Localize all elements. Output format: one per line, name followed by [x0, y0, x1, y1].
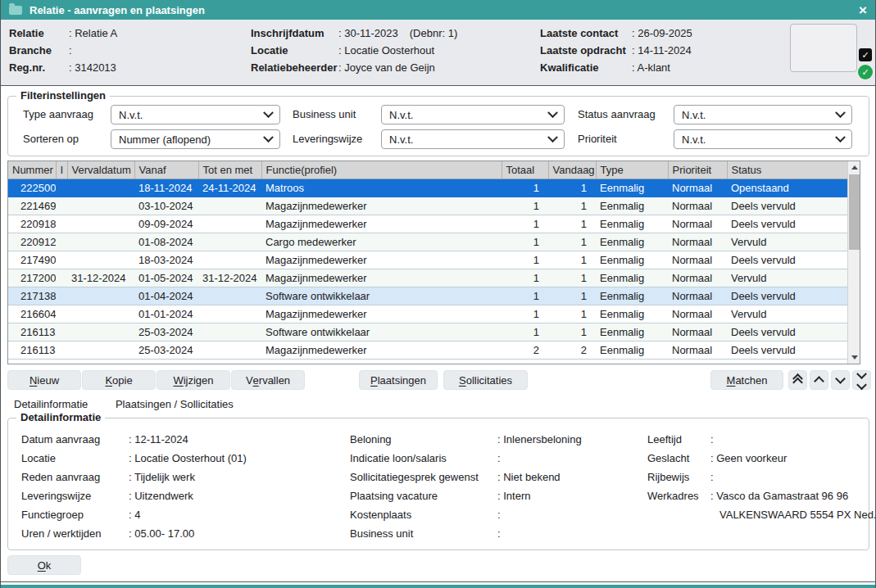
field-value-line2: VALKENSWAARD 5554 PX Ned... [710, 505, 876, 524]
detail-field: Uren / werktijden: 05.00- 17.00 [21, 524, 247, 543]
table-scrollbar[interactable] [847, 161, 860, 364]
relation-checkbox[interactable]: ✓ [859, 48, 872, 61]
wijzigen-button[interactable]: Wijzigen [157, 370, 230, 390]
chevron-down-icon [263, 132, 274, 142]
select-value: Nummer (aflopend) [119, 133, 211, 146]
table-row[interactable]: 217138601-04-2024Software ontwikkelaar11… [8, 287, 847, 305]
table-row[interactable]: 216113125-03-2024Magazijnmedewerker22Een… [8, 341, 847, 360]
column-header[interactable]: Functie(profiel) [261, 161, 502, 179]
detail-field: Locatie: Locatie Oosterhout (01) [21, 449, 247, 468]
scrollbar-thumb[interactable] [849, 174, 860, 250]
header-field: Laatste contact: 26-09-2025 [540, 25, 692, 42]
scroll-bottom-button[interactable] [852, 370, 871, 390]
status-aanvraag-select[interactable]: N.v.t. [674, 105, 852, 124]
field-value: : [497, 527, 501, 540]
column-header[interactable]: Status [727, 161, 847, 179]
column-header[interactable]: Vervaldatum [67, 161, 134, 179]
detail-field: Functiegroep: 4 [21, 505, 247, 524]
column-header[interactable]: Prioriteit [668, 161, 727, 179]
detail-field: Plaatsing vacature: Intern [350, 486, 582, 505]
type-aanvraag-select[interactable]: N.v.t. [111, 105, 280, 124]
column-header[interactable]: Vanaf [134, 161, 198, 179]
detail-field: Reden aanvraag: Tijdelijk werk [21, 468, 247, 486]
tab-plaatsingen-sollicitaties[interactable]: Plaatsingen / Sollicitaties [116, 398, 234, 410]
filter-label-business-unit: Business unit [293, 105, 356, 124]
scroll-down-button[interactable] [831, 370, 850, 390]
detail-col-2: Beloning: InlenersbeloningIndicatie loon… [350, 430, 582, 543]
scroll-up-button[interactable] [810, 370, 828, 390]
column-header[interactable]: Totaal [502, 161, 548, 179]
table-row[interactable]: 217490218-03-2024Magazijnmedewerker11Een… [8, 251, 847, 269]
column-header[interactable]: Tot en met [198, 161, 261, 179]
chevron-down-icon [547, 107, 558, 118]
plaatsingen-button[interactable]: Plaatsingen [359, 370, 438, 390]
sorteren-op-select[interactable]: Nummer (aflopend) [111, 129, 280, 149]
chevron-down-icon [835, 132, 846, 142]
detail-field: Indicatie loon/salaris: [350, 449, 582, 468]
header-field: Laatste opdracht: 14-11-2024 [540, 42, 692, 59]
prioriteit-select[interactable]: N.v.t. [674, 129, 852, 149]
select-value: N.v.t. [389, 133, 413, 146]
field-label: Relatiebeheerder [251, 59, 338, 76]
check-icon: ✓ [861, 67, 869, 78]
kopie-button[interactable]: Kopie [82, 370, 156, 390]
column-header[interactable]: I [56, 161, 67, 179]
scrollbar-down-arrow-icon[interactable] [848, 351, 860, 364]
field-value: : 12-11-2024 [129, 433, 188, 446]
header-field: Locatie: Locatie Oosterhout [251, 42, 457, 59]
column-header[interactable]: Type [596, 161, 668, 179]
table-row[interactable]: 221469903-10-2024Magazijnmedewerker11Een… [8, 197, 847, 215]
select-value: N.v.t. [389, 109, 413, 121]
business-unit-select[interactable]: N.v.t. [381, 105, 565, 124]
window-title: Relatie - aanvragen en plaatsingen [30, 4, 205, 16]
aanvragen-table: NummerIVervaldatumVanafTot en metFunctie… [7, 161, 860, 364]
field-label: Uren / werktijden [21, 524, 129, 543]
vervallen-button[interactable]: Vervallen [231, 370, 305, 390]
table-row[interactable]: 220918009-09-2024Magazijnmedewerker11Een… [8, 215, 847, 233]
field-label: Sollicitatiegesprek gewenst [350, 468, 497, 486]
filter-label-sorteren-op: Sorteren op [23, 129, 79, 149]
filter-fieldset: Filterinstellingen Type aanvraag N.v.t. … [7, 96, 869, 156]
detail-field: Kostenplaats: [350, 505, 582, 524]
sollicitaties-button[interactable]: Sollicitaties [443, 370, 528, 390]
field-label: Business unit [350, 524, 497, 543]
window-bottom-border [1, 581, 875, 582]
table-row[interactable]: 216113225-03-2024Software ontwikkelaar11… [8, 323, 847, 341]
detail-field: Datum aanvraag: 12-11-2024 [21, 430, 247, 449]
header-info-col-2: Inschrijfdatum: 30-11-2023(Debnr: 1)Loca… [251, 25, 457, 76]
close-icon[interactable]: × [859, 3, 867, 17]
field-suffix: (Debnr: 1) [410, 25, 458, 42]
detail-legend: Detailinformatie [16, 411, 105, 423]
photo-placeholder [790, 24, 857, 72]
chevron-down-icon [835, 107, 846, 118]
folder-icon [9, 6, 22, 15]
window-bottom-strip [1, 585, 875, 588]
header-field: Reg.nr.: 3142013 [9, 59, 117, 76]
column-header[interactable]: Vandaag [548, 161, 596, 179]
table-row[interactable]: 217200931-12-202401-05-202431-12-2024Mag… [8, 269, 847, 287]
scrollbar-up-arrow-icon[interactable] [848, 161, 860, 174]
field-label: Werkadres [647, 486, 710, 524]
field-value: : Intern [497, 490, 530, 502]
detail-field: Sollicitatiegesprek gewenst: Niet bekend [350, 468, 582, 486]
scroll-top-button[interactable] [788, 370, 807, 390]
nieuw-button[interactable]: Nieuw [7, 370, 81, 390]
field-value: : [497, 509, 501, 521]
table-row[interactable]: 220912501-08-2024Cargo medewerker11Eenma… [8, 233, 847, 251]
filter-label-leveringswijze: Leveringswijze [293, 129, 362, 149]
ok-button[interactable]: Ok [7, 555, 81, 575]
table-row[interactable]: 222500618-11-202424-11-2024Matroos11Eenm… [8, 179, 847, 197]
field-value: : A-klant [632, 59, 670, 76]
check-icon: ✓ [861, 50, 869, 61]
select-value: N.v.t. [119, 109, 143, 121]
table-row[interactable]: 216604301-01-2024Magazijnmedewerker11Een… [8, 305, 847, 323]
field-label: Leveringswijze [21, 486, 129, 505]
leveringswijze-select[interactable]: N.v.t. [381, 129, 565, 149]
column-header[interactable]: Nummer [8, 161, 56, 179]
field-value: : Niet bekend [497, 471, 561, 483]
field-label: Datum aanvraag [21, 430, 129, 449]
double-chevron-down-icon [856, 369, 867, 379]
field-label: Kwalificatie [540, 59, 632, 76]
tab-detailinformatie[interactable]: Detailinformatie [14, 398, 88, 410]
matchen-button[interactable]: Matchen [710, 370, 783, 390]
